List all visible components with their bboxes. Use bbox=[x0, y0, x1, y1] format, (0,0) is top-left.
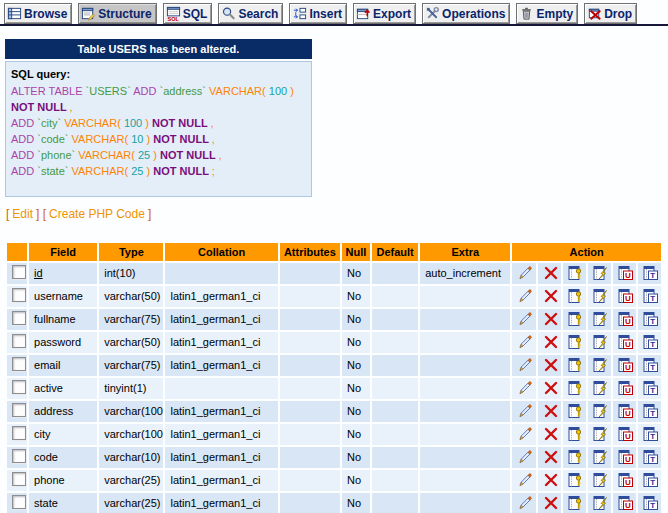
svg-text:T: T bbox=[650, 501, 655, 510]
svg-text:T: T bbox=[650, 363, 655, 372]
primary-key-icon[interactable] bbox=[568, 265, 584, 281]
svg-text:T: T bbox=[650, 294, 655, 303]
change-pencil-icon[interactable] bbox=[517, 357, 533, 373]
index-icon[interactable] bbox=[593, 449, 609, 465]
index-icon[interactable] bbox=[593, 495, 609, 511]
drop-x-icon[interactable] bbox=[543, 357, 559, 373]
change-pencil-icon[interactable] bbox=[517, 495, 533, 511]
index-icon[interactable] bbox=[593, 288, 609, 304]
unique-icon[interactable]: U bbox=[618, 403, 634, 419]
table-row: id int(10) No auto_increment U T bbox=[7, 263, 661, 284]
primary-key-icon[interactable] bbox=[568, 380, 584, 396]
row-checkbox[interactable] bbox=[12, 311, 26, 325]
index-icon[interactable] bbox=[593, 472, 609, 488]
tab-label: Browse bbox=[24, 7, 67, 21]
row-checkbox[interactable] bbox=[12, 380, 26, 394]
primary-key-icon[interactable] bbox=[568, 288, 584, 304]
fulltext-icon[interactable]: T bbox=[643, 449, 659, 465]
field-extra bbox=[420, 447, 510, 468]
change-pencil-icon[interactable] bbox=[517, 311, 533, 327]
drop-x-icon[interactable] bbox=[543, 426, 559, 442]
drop-x-icon[interactable] bbox=[543, 265, 559, 281]
row-checkbox[interactable] bbox=[12, 472, 26, 486]
fulltext-icon[interactable]: T bbox=[643, 495, 659, 511]
fulltext-icon[interactable]: T bbox=[643, 265, 659, 281]
bracket: [ bbox=[6, 207, 9, 221]
fulltext-icon[interactable]: T bbox=[643, 472, 659, 488]
drop-x-icon[interactable] bbox=[543, 334, 559, 350]
change-pencil-icon[interactable] bbox=[517, 380, 533, 396]
index-icon[interactable] bbox=[593, 403, 609, 419]
change-pencil-icon[interactable] bbox=[517, 426, 533, 442]
unique-icon[interactable]: U bbox=[618, 449, 634, 465]
unique-icon[interactable]: U bbox=[618, 265, 634, 281]
unique-icon[interactable]: U bbox=[618, 357, 634, 373]
drop-x-icon[interactable] bbox=[543, 288, 559, 304]
row-checkbox[interactable] bbox=[12, 288, 26, 302]
primary-key-icon[interactable] bbox=[568, 426, 584, 442]
index-icon[interactable] bbox=[593, 357, 609, 373]
change-pencil-icon[interactable] bbox=[517, 449, 533, 465]
row-checkbox[interactable] bbox=[12, 334, 26, 348]
tab-export[interactable]: Export bbox=[353, 3, 416, 24]
fulltext-icon[interactable]: T bbox=[643, 334, 659, 350]
unique-icon[interactable]: U bbox=[618, 495, 634, 511]
fulltext-icon[interactable]: T bbox=[643, 426, 659, 442]
primary-key-icon[interactable] bbox=[568, 495, 584, 511]
primary-key-icon[interactable] bbox=[568, 357, 584, 373]
change-pencil-icon[interactable] bbox=[517, 403, 533, 419]
change-pencil-icon[interactable] bbox=[517, 288, 533, 304]
row-checkbox[interactable] bbox=[12, 403, 26, 417]
change-pencil-icon[interactable] bbox=[517, 472, 533, 488]
primary-key-icon[interactable] bbox=[568, 334, 584, 350]
drop-x-icon[interactable] bbox=[543, 472, 559, 488]
primary-key-icon[interactable] bbox=[568, 449, 584, 465]
field-null: No bbox=[342, 401, 370, 422]
field-attributes bbox=[280, 332, 340, 353]
tab-search[interactable]: Search bbox=[218, 3, 283, 24]
drop-x-icon[interactable] bbox=[543, 311, 559, 327]
fulltext-icon[interactable]: T bbox=[643, 311, 659, 327]
unique-icon[interactable]: U bbox=[618, 334, 634, 350]
primary-key-icon[interactable] bbox=[568, 472, 584, 488]
drop-x-icon[interactable] bbox=[543, 449, 559, 465]
edit-query-link[interactable]: Edit bbox=[12, 207, 33, 221]
unique-icon[interactable]: U bbox=[618, 311, 634, 327]
row-checkbox[interactable] bbox=[12, 357, 26, 371]
index-icon[interactable] bbox=[593, 265, 609, 281]
drop-x-icon[interactable] bbox=[543, 495, 559, 511]
change-pencil-icon[interactable] bbox=[517, 334, 533, 350]
row-checkbox[interactable] bbox=[12, 449, 26, 463]
drop-x-icon[interactable] bbox=[543, 403, 559, 419]
table-row: phone varchar(25) latin1_german1_ci No U… bbox=[7, 470, 661, 491]
primary-key-icon[interactable] bbox=[568, 403, 584, 419]
row-checkbox[interactable] bbox=[12, 426, 26, 440]
index-icon[interactable] bbox=[593, 311, 609, 327]
unique-icon[interactable]: U bbox=[618, 426, 634, 442]
index-icon[interactable] bbox=[593, 334, 609, 350]
primary-key-icon[interactable] bbox=[568, 311, 584, 327]
unique-icon[interactable]: U bbox=[618, 380, 634, 396]
tab-empty[interactable]: Empty bbox=[516, 3, 578, 24]
fulltext-icon[interactable]: T bbox=[643, 380, 659, 396]
tab-drop[interactable]: Drop bbox=[584, 3, 637, 24]
tab-operations[interactable]: Operations bbox=[422, 3, 510, 24]
drop-x-icon[interactable] bbox=[543, 380, 559, 396]
index-icon[interactable] bbox=[593, 426, 609, 442]
tab-browse[interactable]: Browse bbox=[4, 3, 72, 24]
fulltext-icon[interactable]: T bbox=[643, 403, 659, 419]
index-icon[interactable] bbox=[593, 380, 609, 396]
fulltext-icon[interactable]: T bbox=[643, 357, 659, 373]
tab-structure[interactable]: Structure bbox=[78, 3, 156, 24]
sql-query-label: SQL query: bbox=[11, 67, 305, 83]
unique-icon[interactable]: U bbox=[618, 472, 634, 488]
row-checkbox[interactable] bbox=[12, 495, 26, 509]
table-row: username varchar(50) latin1_german1_ci N… bbox=[7, 286, 661, 307]
tab-insert[interactable]: Insert bbox=[289, 3, 347, 24]
tab-sql[interactable]: SQL SQL bbox=[163, 3, 213, 24]
fulltext-icon[interactable]: T bbox=[643, 288, 659, 304]
change-pencil-icon[interactable] bbox=[517, 265, 533, 281]
unique-icon[interactable]: U bbox=[618, 288, 634, 304]
create-php-code-link[interactable]: Create PHP Code bbox=[49, 207, 145, 221]
row-checkbox[interactable] bbox=[12, 265, 26, 279]
